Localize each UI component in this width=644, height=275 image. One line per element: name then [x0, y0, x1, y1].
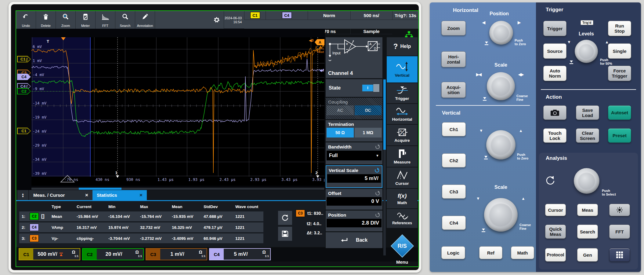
refresh-statistics-button[interactable]	[278, 211, 292, 225]
horizontal-scale-knob[interactable]	[487, 72, 515, 100]
menu-button[interactable]: R/S Menu	[387, 238, 418, 266]
meter-button[interactable]: Meter	[76, 11, 96, 29]
tab-statistics[interactable]: Statistics×	[92, 190, 147, 200]
c3-channel-button[interactable]: C3 1 mV/ Ω1:1	[146, 248, 207, 260]
touch-lock-button[interactable]: Touch Lock	[543, 128, 566, 143]
dialog-scrollbar[interactable]	[383, 79, 386, 255]
coupling-dc-button[interactable]: DC	[355, 105, 382, 115]
reset-icon[interactable]	[374, 212, 380, 218]
table-row[interactable]: 2: C4 VAmp16.317 mV 15.974 mV32.732 mV 1…	[19, 222, 263, 232]
termination-50ohm-button[interactable]: 50 Ω	[327, 128, 354, 138]
screenshot-button[interactable]	[543, 105, 566, 120]
sidebar-item-help[interactable]: ? Help	[387, 37, 418, 56]
navigation-knob[interactable]	[574, 168, 599, 194]
reset-icon[interactable]	[374, 190, 380, 196]
run-stop-button[interactable]: Run Stop	[608, 21, 631, 36]
reset-icon-active[interactable]	[374, 167, 379, 173]
clear-screen-button[interactable]: Clear Screen	[576, 128, 599, 143]
ch4-button[interactable]: Ch4	[442, 216, 466, 230]
c4-marker[interactable]: C4	[17, 74, 31, 80]
c1-trigger-marker[interactable]: C1ʃ	[17, 56, 31, 62]
c2-channel-button[interactable]: C2 20 mV/ Ω1:1	[82, 248, 144, 260]
c2-marker[interactable]: C2	[17, 88, 31, 94]
fft-hw-button[interactable]: FFT	[609, 225, 630, 239]
force-trigger-button[interactable]: Force Trigger	[608, 66, 631, 81]
timebase-cell[interactable]: 500 ns/	[350, 11, 392, 20]
table-row[interactable]: 3: C3 Vp-clipping- -3.7044 mV-3.2732 mV …	[19, 233, 263, 243]
coupling-ac-button[interactable]: AC	[327, 105, 354, 115]
vertical-scale-section[interactable]: Vertical Scale 5 mV/	[326, 165, 382, 188]
sidebar-item-references[interactable]: References	[387, 209, 418, 228]
intensity-button[interactable]	[609, 204, 630, 216]
position-value[interactable]: 2.8 DIV	[327, 219, 382, 227]
save-load-button[interactable]: Save Load	[576, 105, 599, 120]
vertical-scale-value[interactable]: 5 mV/	[327, 174, 381, 183]
trigger-levels-knob[interactable]	[575, 40, 598, 63]
settings-button[interactable]	[210, 11, 224, 29]
sidebar-item-cursor[interactable]: Cursor	[387, 167, 418, 188]
autoset-button[interactable]: Autoset	[608, 105, 631, 120]
c1-marker[interactable]: C1	[17, 128, 31, 134]
c4-channel-button[interactable]: C4 5 mV/ Ω1:1	[209, 248, 271, 260]
cursor-results[interactable]: C3t1: 830.. t2: 4.0.. Δt: 3.2..	[296, 210, 325, 240]
scrollbar-thumb[interactable]	[79, 188, 121, 190]
table-row[interactable]: 1: C2 [] Mean-15.984 mV -16.104 mV-15.76…	[19, 211, 263, 221]
math-button[interactable]: Math	[511, 246, 534, 259]
gen-button[interactable]: Gen	[577, 248, 598, 262]
annotation-button[interactable]: Annotation	[135, 11, 155, 29]
sidebar-item-measure[interactable]: Measure	[387, 146, 418, 167]
sidebar-item-horizontal[interactable]: Horizontal	[387, 104, 418, 124]
cursor-hw-button[interactable]: Cursor	[545, 204, 566, 216]
undo-button[interactable]: Undo	[16, 11, 36, 29]
quick-meas-button[interactable]: Quick Meas	[545, 225, 566, 239]
acquisition-mode-cell[interactable]: Sample	[350, 29, 392, 34]
status-c1-cell[interactable]: C1	[244, 11, 266, 20]
logic-button[interactable]: Logic	[441, 246, 465, 259]
sidebar-item-acquire[interactable]: AD Acquire	[387, 125, 418, 145]
back-button[interactable]: Back	[326, 232, 382, 248]
waveform-area[interactable]: T6 mV1 mV-4 mV-9 mV-14 mV-19 mV-24 mV-29…	[16, 29, 325, 190]
delete-button[interactable]: Delete	[36, 11, 56, 29]
ch1-button[interactable]: Ch1	[442, 122, 466, 136]
source-button[interactable]: Source	[543, 43, 566, 59]
close-icon[interactable]: ×	[85, 192, 88, 198]
search-hw-button[interactable]: Search	[577, 225, 598, 239]
trigger-mode-cell[interactable]: Norm	[308, 11, 350, 20]
waveform-plot[interactable]: T6 mV1 mV-4 mV-9 mV-14 mV-19 mV-24 mV-29…	[31, 37, 324, 186]
bandwidth-dropdown[interactable]: Full ▼	[327, 151, 382, 160]
vertical-position-knob[interactable]	[486, 130, 516, 160]
ref-button[interactable]: Ref	[479, 246, 502, 259]
tab-meas-cursor[interactable]: Meas. / Cursor×	[29, 190, 92, 200]
fft-button[interactable]: FFT	[96, 11, 115, 29]
tab-scroll-control[interactable]: ▲▼	[17, 190, 28, 200]
close-icon[interactable]: ×	[139, 192, 143, 198]
state-toggle[interactable]: I	[362, 85, 379, 91]
sidebar-item-trigger[interactable]: Trigger	[387, 83, 418, 103]
termination-1mohm-button[interactable]: 1 MΩ	[355, 128, 382, 138]
preset-button[interactable]: Preset	[608, 128, 631, 143]
reset-icon[interactable]	[374, 144, 380, 149]
dialog-scrollbar-thumb[interactable]	[383, 79, 386, 150]
ch3-button[interactable]: Ch3	[442, 185, 466, 199]
status-c4-cell[interactable]: C4	[266, 11, 308, 20]
horizontal-position-knob[interactable]	[489, 21, 513, 45]
protocol-button[interactable]: Protocol	[545, 248, 566, 262]
auto-norm-button[interactable]: Auto Norm	[543, 66, 566, 81]
zoom-button[interactable]: Zoom	[56, 11, 76, 29]
acquisition-hw-button[interactable]: Acqui- sition	[441, 82, 466, 98]
trigger-status-cell[interactable]: Trig?: 13s	[392, 11, 418, 20]
c1-channel-button[interactable]: C1 500 mV/ Ω1:1	[19, 248, 80, 260]
meas-button[interactable]: Meas	[577, 204, 598, 216]
save-statistics-button[interactable]	[278, 227, 292, 241]
vertical-scale-knob[interactable]	[484, 198, 518, 232]
zoom-hw-button[interactable]: Zoom	[441, 21, 466, 35]
sidebar-item-vertical[interactable]: Vertical	[387, 56, 418, 82]
trigger-hw-button[interactable]: Trigger	[543, 21, 566, 36]
search-button[interactable]: Search	[115, 11, 135, 29]
offset-value[interactable]: 0 V	[327, 197, 382, 206]
horizontal-hw-button[interactable]: Hori- zontal	[441, 51, 466, 67]
toggle-knob[interactable]	[373, 84, 379, 92]
apps-button[interactable]	[609, 248, 630, 262]
horizontal-scrollbar[interactable]	[31, 188, 324, 190]
ch2-button[interactable]: Ch2	[442, 153, 466, 167]
